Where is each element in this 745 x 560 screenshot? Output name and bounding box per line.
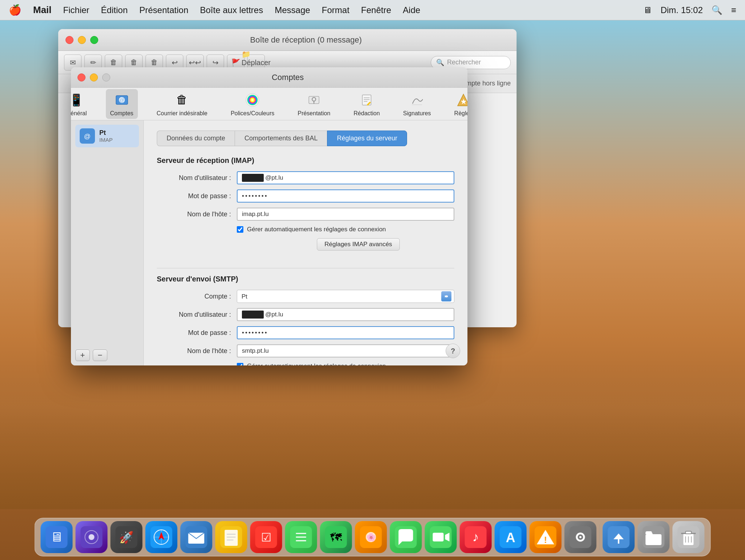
- tab-regles[interactable]: ★ Règles: [450, 89, 467, 119]
- dock-launchpad[interactable]: 🚀: [111, 521, 143, 553]
- modal-close-button[interactable]: [77, 73, 85, 81]
- tab-comptes[interactable]: @ Comptes: [106, 89, 138, 119]
- dock-folder[interactable]: [638, 521, 670, 553]
- smtp-account-label: Compte :: [157, 293, 237, 300]
- imap-auto-manage-label: Gérer automatiquement les réglages de co…: [247, 226, 386, 233]
- donnees-tab[interactable]: Données du compte: [157, 131, 235, 146]
- svg-text:🖥: 🖥: [50, 529, 63, 544]
- dock-separator: [599, 524, 600, 550]
- tab-junk[interactable]: 🗑 Courrier indésirable: [152, 89, 212, 119]
- junk-icon: 🗑: [173, 91, 191, 109]
- svg-text:☑: ☑: [261, 531, 271, 544]
- dock-siri[interactable]: [76, 521, 108, 553]
- fenetre-menu[interactable]: Fenêtre: [361, 5, 391, 15]
- aide-menu[interactable]: Aide: [403, 5, 420, 15]
- smtp-account-select[interactable]: Pt: [237, 290, 454, 303]
- smtp-password-field[interactable]: [237, 326, 454, 339]
- remove-account-button[interactable]: −: [93, 349, 107, 361]
- help-button[interactable]: ?: [446, 344, 460, 358]
- screen-share-icon: 🖥: [643, 5, 652, 15]
- presentation-icon: [305, 91, 323, 109]
- dock-reminders[interactable]: ☑: [250, 521, 282, 553]
- accounts-icon-toolbar: 📱 Général @ Comptes 🗑 Courrier indésirab…: [71, 88, 467, 120]
- svg-text:🗺: 🗺: [330, 531, 342, 544]
- tab-general[interactable]: 📱 Général: [71, 89, 91, 119]
- modal-maximize-button[interactable]: [102, 73, 110, 81]
- smtp-password-row: Mot de passe :: [157, 326, 454, 339]
- dock-notes[interactable]: [215, 521, 247, 553]
- close-button[interactable]: [65, 36, 73, 44]
- dock-appstore[interactable]: A: [495, 521, 527, 553]
- minimize-button[interactable]: [78, 36, 86, 44]
- apple-menu[interactable]: 🍎: [9, 4, 21, 16]
- imap-username-label: Nom d'utilisateur :: [157, 174, 237, 182]
- dock-messages[interactable]: [390, 521, 422, 553]
- junk-label: Courrier indésirable: [157, 110, 208, 117]
- account-avatar: @: [80, 128, 95, 144]
- edition-menu[interactable]: Édition: [101, 5, 128, 15]
- imap-password-field[interactable]: [237, 189, 454, 203]
- fichier-menu[interactable]: Fichier: [63, 5, 89, 15]
- svg-rect-70: [686, 531, 692, 534]
- message-menu[interactable]: Message: [275, 5, 310, 15]
- imap-advanced-button[interactable]: Réglages IMAP avancés: [317, 238, 400, 251]
- smtp-username-redacted: [242, 311, 264, 319]
- format-menu[interactable]: Format: [322, 5, 350, 15]
- svg-rect-50: [433, 533, 444, 541]
- imap-username-field[interactable]: @pt.lu: [237, 171, 454, 184]
- dock-finder[interactable]: 🖥: [41, 521, 73, 553]
- control-center-icon[interactable]: ≡: [731, 5, 736, 15]
- tab-presentation[interactable]: Présentation: [293, 89, 335, 119]
- account-info: Pt IMAP: [99, 129, 113, 143]
- dock-maps[interactable]: 🗺: [320, 521, 352, 553]
- imap-password-row: Mot de passe :: [157, 189, 454, 203]
- redaction-icon: [358, 91, 375, 109]
- dock-safari[interactable]: [146, 521, 178, 553]
- dock-warning[interactable]: !: [530, 521, 562, 553]
- tab-signatures[interactable]: Signatures: [399, 89, 435, 119]
- fonts-icon: [244, 91, 261, 109]
- imap-auto-manage-checkbox[interactable]: [237, 226, 243, 233]
- boite-aux-lettres-menu[interactable]: Boîte aux lettres: [200, 5, 263, 15]
- dock-lists[interactable]: [285, 521, 317, 553]
- account-item-pt[interactable]: @ Pt IMAP: [75, 125, 139, 147]
- imap-password-label: Mot de passe :: [157, 192, 237, 200]
- signatures-icon: [408, 91, 426, 109]
- dock-trash[interactable]: [673, 521, 705, 553]
- imap-hostname-row: Nom de l'hôte :: [157, 208, 454, 221]
- dock-settings[interactable]: [565, 521, 597, 553]
- smtp-auto-manage-checkbox[interactable]: [237, 363, 243, 365]
- smtp-hostname-field[interactable]: [237, 344, 454, 357]
- tab-fonts[interactable]: Polices/Couleurs: [226, 89, 279, 119]
- comportements-tab[interactable]: Comportements des BAL: [235, 131, 327, 146]
- dock-photos[interactable]: 🌸: [355, 521, 387, 553]
- smtp-section-title: Serveur d'envoi (SMTP): [157, 275, 454, 283]
- dock-music[interactable]: ♪: [460, 521, 492, 553]
- modal-minimize-button[interactable]: [90, 73, 98, 81]
- tab-redaction[interactable]: Rédaction: [349, 89, 384, 119]
- smtp-username-row: Nom d'utilisateur : @pt.lu: [157, 308, 454, 321]
- maximize-button[interactable]: [90, 36, 98, 44]
- dock-facetime[interactable]: [425, 521, 457, 553]
- accounts-titlebar: Comptes: [71, 67, 467, 88]
- signatures-label: Signatures: [403, 110, 431, 117]
- accounts-modal: Comptes 📱 Général @ Comptes 🗑: [71, 67, 467, 365]
- reglages-serveur-tab[interactable]: Réglages du serveur: [327, 131, 407, 146]
- add-account-button[interactable]: +: [75, 349, 90, 361]
- app-name[interactable]: Mail: [33, 4, 52, 16]
- imap-section-title: Serveur de réception (IMAP): [157, 156, 454, 165]
- svg-rect-66: [646, 534, 662, 545]
- smtp-hostname-label: Nom de l'hôte :: [157, 347, 237, 355]
- search-icon[interactable]: 🔍: [712, 5, 722, 15]
- imap-hostname-field[interactable]: [237, 208, 454, 221]
- smtp-username-field[interactable]: @pt.lu: [237, 308, 454, 321]
- account-name: Pt: [99, 129, 113, 137]
- dock-mail[interactable]: [180, 521, 212, 553]
- imap-username-redacted: [242, 174, 264, 182]
- general-label: Général: [71, 110, 87, 117]
- imap-auto-manage-row: Gérer automatiquement les réglages de co…: [237, 226, 454, 233]
- accounts-content: Données du compte Comportements des BAL …: [144, 120, 467, 365]
- presentation-menu[interactable]: Présentation: [139, 5, 188, 15]
- sidebar-controls: + −: [75, 349, 139, 361]
- dock-migrate[interactable]: [603, 521, 635, 553]
